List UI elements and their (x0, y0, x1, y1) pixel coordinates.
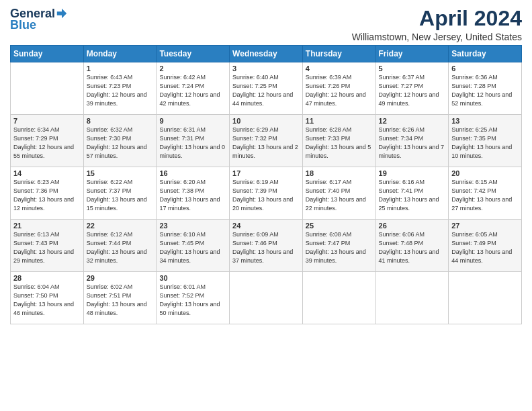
logo-icon (56, 7, 68, 19)
day-number: 21 (13, 222, 81, 230)
day-info: Sunrise: 6:43 AMSunset: 7:23 PMDaylight:… (87, 73, 154, 108)
day-number: 1 (87, 64, 154, 73)
day-number: 18 (306, 169, 373, 177)
day-number: 24 (232, 222, 300, 230)
calendar-week-row: 1Sunrise: 6:43 AMSunset: 7:23 PMDaylight… (11, 62, 522, 115)
calendar-cell (11, 62, 84, 115)
day-info: Sunrise: 6:13 AMSunset: 7:43 PMDaylight:… (13, 230, 81, 265)
day-info: Sunrise: 6:09 AMSunset: 7:46 PMDaylight:… (232, 230, 300, 265)
day-header-friday: Friday (375, 46, 449, 62)
calendar-cell: 30Sunrise: 6:01 AMSunset: 7:52 PMDayligh… (157, 272, 230, 324)
calendar-cell: 28Sunrise: 6:04 AMSunset: 7:50 PMDayligh… (11, 272, 84, 324)
day-number: 7 (13, 117, 81, 125)
day-number: 8 (87, 117, 154, 125)
calendar-cell: 12Sunrise: 6:26 AMSunset: 7:34 PMDayligh… (375, 115, 449, 167)
calendar-cell: 14Sunrise: 6:23 AMSunset: 7:36 PMDayligh… (11, 167, 84, 220)
day-number: 28 (13, 274, 81, 282)
day-info: Sunrise: 6:39 AMSunset: 7:26 PMDaylight:… (306, 73, 373, 108)
calendar-cell: 15Sunrise: 6:22 AMSunset: 7:37 PMDayligh… (83, 167, 157, 220)
calendar-cell: 13Sunrise: 6:25 AMSunset: 7:35 PMDayligh… (449, 115, 522, 167)
calendar-cell: 24Sunrise: 6:09 AMSunset: 7:46 PMDayligh… (230, 220, 303, 272)
day-header-monday: Monday (83, 46, 157, 62)
day-number: 26 (379, 222, 446, 230)
day-number: 29 (87, 274, 154, 282)
main-container: General Blue April 2024 Williamstown, Ne… (0, 0, 532, 331)
calendar-cell: 11Sunrise: 6:28 AMSunset: 7:33 PMDayligh… (302, 115, 375, 167)
day-number: 13 (451, 117, 519, 125)
day-number: 10 (232, 117, 300, 125)
day-number: 12 (379, 117, 446, 125)
calendar-cell: 1Sunrise: 6:43 AMSunset: 7:23 PMDaylight… (83, 62, 157, 115)
day-info: Sunrise: 6:36 AMSunset: 7:28 PMDaylight:… (451, 73, 519, 108)
day-info: Sunrise: 6:34 AMSunset: 7:29 PMDaylight:… (13, 126, 81, 161)
day-number: 27 (451, 222, 519, 230)
calendar-cell: 19Sunrise: 6:16 AMSunset: 7:41 PMDayligh… (375, 167, 449, 220)
day-info: Sunrise: 6:02 AMSunset: 7:51 PMDaylight:… (87, 283, 154, 318)
day-header-thursday: Thursday (302, 46, 375, 62)
calendar-cell: 20Sunrise: 6:15 AMSunset: 7:42 PMDayligh… (449, 167, 522, 220)
day-number: 11 (306, 117, 373, 125)
day-info: Sunrise: 6:32 AMSunset: 7:30 PMDaylight:… (87, 126, 154, 161)
day-info: Sunrise: 6:08 AMSunset: 7:47 PMDaylight:… (306, 230, 373, 265)
header: General Blue April 2024 Williamstown, Ne… (10, 7, 522, 42)
calendar-cell: 6Sunrise: 6:36 AMSunset: 7:28 PMDaylight… (449, 62, 522, 115)
calendar-cell (375, 272, 449, 324)
day-info: Sunrise: 6:01 AMSunset: 7:52 PMDaylight:… (159, 283, 226, 318)
day-header-saturday: Saturday (449, 46, 522, 62)
calendar-header-row: SundayMondayTuesdayWednesdayThursdayFrid… (11, 46, 522, 62)
day-info: Sunrise: 6:16 AMSunset: 7:41 PMDaylight:… (379, 178, 446, 213)
day-info: Sunrise: 6:25 AMSunset: 7:35 PMDaylight:… (451, 126, 519, 161)
calendar-cell: 17Sunrise: 6:19 AMSunset: 7:39 PMDayligh… (230, 167, 303, 220)
day-info: Sunrise: 6:06 AMSunset: 7:48 PMDaylight:… (379, 230, 446, 265)
day-number: 5 (379, 64, 446, 73)
title-area: April 2024 Williamstown, New Jersey, Uni… (352, 7, 522, 42)
day-number: 15 (87, 169, 154, 177)
day-header-sunday: Sunday (11, 46, 84, 62)
day-number: 4 (306, 64, 373, 73)
calendar-cell: 16Sunrise: 6:20 AMSunset: 7:38 PMDayligh… (157, 167, 230, 220)
month-title: April 2024 (352, 7, 522, 30)
day-info: Sunrise: 6:04 AMSunset: 7:50 PMDaylight:… (13, 283, 81, 318)
day-number: 9 (159, 117, 226, 125)
calendar-week-row: 21Sunrise: 6:13 AMSunset: 7:43 PMDayligh… (11, 220, 522, 272)
logo: General Blue (10, 7, 68, 32)
day-header-wednesday: Wednesday (230, 46, 303, 62)
day-number: 16 (159, 169, 226, 177)
calendar-cell: 18Sunrise: 6:17 AMSunset: 7:40 PMDayligh… (302, 167, 375, 220)
calendar-cell (449, 272, 522, 324)
calendar-week-row: 7Sunrise: 6:34 AMSunset: 7:29 PMDaylight… (11, 115, 522, 167)
calendar-week-row: 28Sunrise: 6:04 AMSunset: 7:50 PMDayligh… (11, 272, 522, 324)
day-info: Sunrise: 6:37 AMSunset: 7:27 PMDaylight:… (379, 73, 446, 108)
day-info: Sunrise: 6:28 AMSunset: 7:33 PMDaylight:… (306, 126, 373, 161)
day-number: 23 (159, 222, 226, 230)
day-info: Sunrise: 6:29 AMSunset: 7:32 PMDaylight:… (232, 126, 300, 161)
calendar-cell: 22Sunrise: 6:12 AMSunset: 7:44 PMDayligh… (83, 220, 157, 272)
calendar-cell: 23Sunrise: 6:10 AMSunset: 7:45 PMDayligh… (157, 220, 230, 272)
day-info: Sunrise: 6:20 AMSunset: 7:38 PMDaylight:… (159, 178, 226, 213)
day-number: 25 (306, 222, 373, 230)
calendar-cell (302, 272, 375, 324)
day-number: 14 (13, 169, 81, 177)
day-info: Sunrise: 6:17 AMSunset: 7:40 PMDaylight:… (306, 178, 373, 213)
day-number: 19 (379, 169, 446, 177)
day-number: 22 (87, 222, 154, 230)
calendar-week-row: 14Sunrise: 6:23 AMSunset: 7:36 PMDayligh… (11, 167, 522, 220)
day-info: Sunrise: 6:19 AMSunset: 7:39 PMDaylight:… (232, 178, 300, 213)
day-number: 30 (159, 274, 226, 282)
day-info: Sunrise: 6:23 AMSunset: 7:36 PMDaylight:… (13, 178, 81, 213)
calendar-cell: 5Sunrise: 6:37 AMSunset: 7:27 PMDaylight… (375, 62, 449, 115)
calendar-cell: 27Sunrise: 6:05 AMSunset: 7:49 PMDayligh… (449, 220, 522, 272)
day-number: 3 (232, 64, 300, 73)
calendar-cell: 25Sunrise: 6:08 AMSunset: 7:47 PMDayligh… (302, 220, 375, 272)
day-number: 6 (451, 64, 519, 73)
svg-marker-0 (57, 8, 66, 17)
day-number: 17 (232, 169, 300, 177)
day-info: Sunrise: 6:10 AMSunset: 7:45 PMDaylight:… (159, 230, 226, 265)
day-info: Sunrise: 6:05 AMSunset: 7:49 PMDaylight:… (451, 230, 519, 265)
day-info: Sunrise: 6:31 AMSunset: 7:31 PMDaylight:… (159, 126, 226, 161)
calendar-cell: 3Sunrise: 6:40 AMSunset: 7:25 PMDaylight… (230, 62, 303, 115)
day-info: Sunrise: 6:42 AMSunset: 7:24 PMDaylight:… (159, 73, 226, 108)
location-title: Williamstown, New Jersey, United States (352, 32, 522, 42)
calendar-cell: 7Sunrise: 6:34 AMSunset: 7:29 PMDaylight… (11, 115, 84, 167)
calendar-cell: 4Sunrise: 6:39 AMSunset: 7:26 PMDaylight… (302, 62, 375, 115)
